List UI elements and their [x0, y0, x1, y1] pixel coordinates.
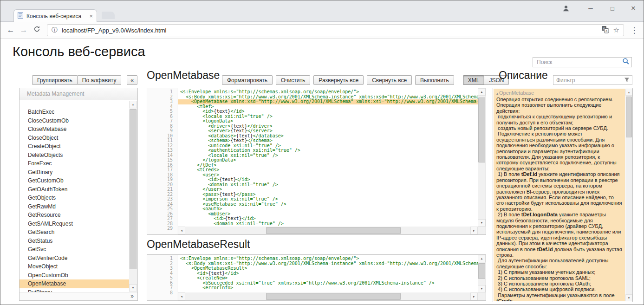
scrollbar-thumb[interactable] — [478, 97, 485, 162]
method-list-item[interactable]: PutBinary — [20, 288, 129, 292]
method-list-item[interactable]: GetRawMd — [20, 202, 129, 211]
method-list-item[interactable]: GetStatus — [20, 237, 129, 246]
scroll-up-icon[interactable]: ▲ — [625, 89, 632, 96]
method-list-item[interactable]: GetSvc — [20, 245, 129, 254]
browser-menu-icon[interactable]: ⋮ — [628, 26, 641, 35]
method-list-item[interactable]: GetCustomOb — [20, 176, 129, 185]
code-line[interactable]: <domain xsi:nil="true" /> — [178, 221, 478, 227]
code-line[interactable]: <logonData> — [178, 119, 478, 124]
search-input[interactable] — [537, 59, 622, 65]
methods-group-header[interactable]: Metadata Management — [20, 88, 137, 100]
scrollbar-thumb[interactable] — [130, 109, 137, 269]
method-list-item[interactable]: CloseCustomOb — [20, 117, 129, 125]
scrollbar-thumb[interactable] — [266, 293, 401, 300]
code-line[interactable]: <id>{text}</id> — [178, 177, 478, 182]
scroll-up-icon[interactable]: ▲ — [478, 88, 486, 96]
tab-close-icon[interactable]: × — [89, 13, 93, 19]
scroll-down-icon[interactable]: ▼ — [625, 294, 632, 301]
group-button[interactable]: Группировать — [32, 75, 78, 85]
result-vscrollbar[interactable]: ▲ ▼ — [478, 255, 486, 292]
description-section-header[interactable]: ▴OpenMetabase — [496, 90, 622, 97]
profile-icon[interactable] — [559, 2, 573, 15]
request-hscrollbar[interactable]: ◄ ► — [178, 227, 478, 234]
minimize-button[interactable]: – — [583, 2, 598, 15]
scrollbar-thumb[interactable] — [478, 263, 485, 279]
method-list-item[interactable]: ForeExec — [20, 159, 129, 168]
method-list-item[interactable]: BatchExec — [20, 108, 129, 117]
collapse-section-icon[interactable]: ▴ — [496, 91, 498, 96]
method-list-item[interactable]: CloseObject — [20, 134, 129, 143]
scroll-down-icon[interactable]: ▼ — [478, 285, 486, 292]
address-bar[interactable]: ⓘ localhost/FP_App_v9.0/Wsc/index.html A… — [47, 24, 624, 36]
method-list-item[interactable]: CreateObject — [20, 142, 129, 151]
method-list-item[interactable]: GetSAMLRequest — [20, 220, 129, 228]
scroll-left-icon[interactable]: ◄ — [178, 292, 185, 300]
scroll-up-icon[interactable]: ▲ — [478, 255, 486, 262]
code-line[interactable]: <id>{text}</id> — [178, 109, 478, 114]
code-line[interactable]: <id>{text}</id> — [178, 216, 478, 221]
translate-icon[interactable]: Aa — [601, 26, 609, 35]
code-line[interactable]: </tDef> — [178, 163, 478, 168]
back-button[interactable]: ← — [4, 26, 17, 35]
search-icon[interactable] — [622, 58, 630, 67]
clear-button[interactable]: Очистить — [276, 75, 310, 85]
execute-button[interactable]: Выполнить — [415, 75, 454, 85]
method-list-item[interactable]: OpenCustomOb — [20, 271, 129, 280]
forward-button[interactable]: → — [17, 26, 30, 35]
description-scrollbar[interactable]: ▲ ▼ — [625, 89, 632, 301]
code-line[interactable]: <errorInfo> — [178, 286, 478, 291]
reload-button[interactable] — [30, 26, 43, 35]
method-list-item[interactable]: GetObjects — [20, 194, 129, 202]
expand-panel-button[interactable]: » — [130, 293, 134, 299]
xml-toggle-button[interactable]: XML — [463, 75, 485, 85]
scroll-down-icon[interactable]: ▼ — [129, 284, 137, 292]
code-line[interactable]: <s:Envelope xmlns:s="http://schemas.xmls… — [178, 90, 478, 95]
method-list-item[interactable]: GetOAuthToken — [20, 185, 129, 194]
expand-all-button[interactable]: Развернуть все — [313, 75, 364, 85]
format-button[interactable]: Форматировать — [222, 75, 273, 85]
scroll-right-icon[interactable]: ► — [470, 292, 478, 300]
code-line[interactable]: <createNew> — [178, 276, 478, 281]
new-tab-button[interactable] — [102, 12, 115, 19]
method-list-item[interactable]: CloseMetabase — [20, 125, 129, 134]
code-line[interactable]: <schema>{text}</schema> — [178, 138, 478, 143]
code-line[interactable]: <authentication xsi:nil="true" /> — [178, 148, 478, 153]
url-text[interactable]: localhost/FP_App_v9.0/Wsc/index.html — [62, 27, 597, 34]
maximize-button[interactable]: □ — [605, 2, 620, 15]
code-line[interactable]: </logonData> — [178, 158, 478, 163]
scrollbar-thumb[interactable] — [266, 227, 401, 234]
method-list-item[interactable]: GetSearch — [20, 228, 129, 237]
methods-scrollbar[interactable]: ▲ ▼ — [129, 101, 137, 292]
filter-funnel-icon[interactable] — [624, 76, 630, 84]
scroll-left-icon[interactable]: ◄ — [178, 227, 185, 234]
page-info-icon[interactable]: ⓘ — [52, 26, 58, 34]
request-vscrollbar[interactable]: ▲ ▼ — [478, 88, 486, 227]
request-code-area[interactable]: <s:Envelope xmlns:s="http://schemas.xmls… — [178, 90, 478, 227]
code-line[interactable]: <useMetabase xsi:nil="true" /> — [178, 202, 478, 207]
scroll-down-icon[interactable]: ▼ — [478, 219, 486, 227]
result-code-area[interactable]: <s:Envelope xmlns:s="http://schemas.xmls… — [178, 256, 478, 292]
code-line[interactable]: <s:Envelope xmlns:s="http://schemas.xmls… — [178, 256, 478, 261]
code-line[interactable]: <oauth> — [178, 207, 478, 212]
method-list-item[interactable]: GetResource — [20, 211, 129, 220]
scroll-up-icon[interactable]: ▲ — [129, 101, 137, 108]
result-hscrollbar[interactable]: ◄ ► — [178, 292, 478, 300]
code-line[interactable]: <server>{text}</server> — [178, 129, 478, 134]
close-button[interactable]: × — [626, 2, 641, 15]
browser-tab[interactable]: Консоль веб-сервиса × — [13, 9, 97, 22]
code-line[interactable]: <domain xsi:nil="true" /> — [178, 182, 478, 188]
scrollbar-thumb[interactable] — [626, 97, 632, 137]
alphabet-button[interactable]: По алфавиту — [77, 75, 122, 85]
method-list-item[interactable]: GetBinary — [20, 168, 129, 177]
bookmark-star-icon[interactable]: ☆ — [613, 26, 619, 34]
scroll-right-icon[interactable]: ► — [470, 227, 478, 234]
collapse-all-button[interactable]: Свернуть все — [367, 75, 412, 85]
filter-input[interactable] — [556, 77, 624, 84]
method-list-item[interactable]: GetVerifierCode — [20, 254, 129, 263]
method-list-item[interactable]: MoveObject — [20, 262, 129, 271]
code-line[interactable]: <OpenMetabase xmlns:xsd="http://www.w3.o… — [178, 99, 478, 104]
method-list-item[interactable]: OpenMetabase — [20, 279, 129, 288]
code-line[interactable]: <tCreds> — [178, 168, 478, 173]
result-editor[interactable]: 12345678 <s:Envelope xmlns:s="http://sch… — [147, 254, 486, 301]
code-line[interactable]: <imperson xsi:nil="true" /> — [178, 197, 478, 202]
